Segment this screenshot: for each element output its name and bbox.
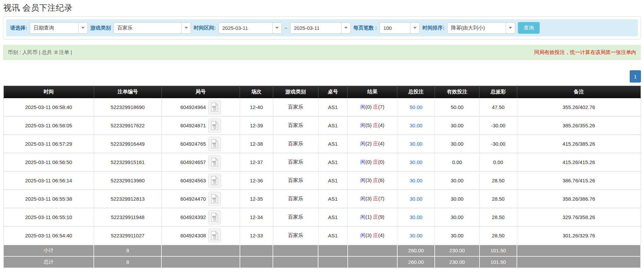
player-result-label: 闲 <box>360 196 365 201</box>
total-bet-link[interactable]: 30.00 <box>410 233 422 238</box>
table-no-cell: AS1 <box>318 208 347 226</box>
result-cell: 闲(2) 庄(4) <box>348 135 397 153</box>
total-bet-cell: 30.00 <box>397 190 435 208</box>
banker-result-label: 庄 <box>373 159 378 165</box>
session-cell: 12-33 <box>240 226 273 245</box>
date-to-select[interactable]: 2025-03-11 <box>290 22 351 34</box>
round-id-wrap: 604924308 <box>180 228 221 242</box>
session-cell: 12-37 <box>240 153 273 171</box>
game-type-cell: 百家乐 <box>273 190 318 208</box>
summary-count-cell: 8 <box>94 256 161 268</box>
banker-result-label: 庄 <box>373 214 378 220</box>
page-1-button[interactable]: 1 <box>630 70 641 83</box>
video-replay-button[interactable] <box>208 100 221 114</box>
summary-row: 总计8260.00230.00101.50 <box>3 256 641 268</box>
column-header: 有效投注 <box>435 86 479 98</box>
table-row: 2025-03-11 06:56:14522329913980604924563… <box>3 171 641 190</box>
empty-cell <box>318 256 347 268</box>
summary-valid-bet-cell: 230.00 <box>435 256 479 268</box>
video-replay-button[interactable] <box>208 119 221 133</box>
search-button[interactable]: 查询 <box>518 22 540 34</box>
round-id-wrap: 604924964 <box>180 100 221 114</box>
round-id-text: 604924871 <box>180 123 206 128</box>
result-cell: 闲(5) 庄(4) <box>348 116 397 135</box>
chevron-down-icon[interactable] <box>410 23 419 33</box>
result-cell: 闲(0) 庄(7) <box>348 98 397 116</box>
chevron-down-icon[interactable] <box>341 23 350 33</box>
game-type-cell: 百家乐 <box>273 226 318 245</box>
banker-result-label: 庄 <box>373 141 378 146</box>
summary-row: 小计8260.00230.00101.50 <box>3 245 641 256</box>
total-bet-link[interactable]: 50.00 <box>410 104 422 110</box>
empty-cell <box>161 256 240 268</box>
empty-cell <box>273 245 318 256</box>
bet-time-cell: 2025-03-11 06:57:29 <box>3 135 94 153</box>
table-row: 2025-03-11 06:55:10522329911948604924392… <box>3 208 641 226</box>
sort-select[interactable]: 降幂(由大到小) <box>447 22 515 34</box>
total-bet-link[interactable]: 30.00 <box>410 159 422 165</box>
remark-cell: 301.26/329.76 <box>517 226 641 245</box>
empty-cell <box>240 245 273 256</box>
game-type-cell: 百家乐 <box>273 116 318 135</box>
player-result-count: (2) <box>365 141 373 146</box>
bet-id-cell: 522329916449 <box>94 135 161 153</box>
round-id-wrap: 604924765 <box>180 137 221 151</box>
page-size-select[interactable]: 100 <box>380 22 420 34</box>
player-result-count: (3) <box>365 232 373 238</box>
table-no-cell: AS1 <box>318 98 347 116</box>
chevron-down-icon[interactable] <box>181 23 191 33</box>
round-id-text: 604924392 <box>180 214 206 220</box>
summary-valid-bet-cell: 230.00 <box>435 245 479 256</box>
round-id-cell: 604924308 <box>161 226 240 245</box>
table-row: 2025-03-11 06:58:40522329918690604924964… <box>3 98 641 116</box>
empty-cell <box>517 245 641 256</box>
remark-cell: 415.26/415.26 <box>517 153 641 171</box>
payout-cell: 0.00 <box>480 153 517 171</box>
total-bet-link[interactable]: 30.00 <box>410 178 422 183</box>
video-replay-button[interactable] <box>208 155 221 169</box>
summary-text: 币别 : 人民币 | 总共 :8 注单 | <box>8 49 72 56</box>
round-id-wrap: 604924470 <box>180 192 221 206</box>
video-replay-button[interactable] <box>208 137 221 151</box>
payout-cell: 28.50 <box>480 226 517 245</box>
round-id-cell: 604924871 <box>161 116 240 135</box>
chevron-down-icon[interactable] <box>78 23 87 33</box>
game-type-select[interactable]: 百家乐 <box>114 22 191 34</box>
table-no-cell: AS1 <box>318 135 347 153</box>
round-id-wrap: 604924563 <box>180 174 221 188</box>
column-header: 备注 <box>517 86 641 98</box>
date-from-select[interactable]: 2025-03-11 <box>219 22 282 34</box>
table-no-cell: AS1 <box>318 153 347 171</box>
round-id-text: 604924470 <box>180 196 206 202</box>
video-replay-button[interactable] <box>208 192 221 206</box>
chevron-down-icon[interactable] <box>272 23 281 33</box>
column-header: 结果 <box>348 86 397 98</box>
empty-cell <box>348 256 397 268</box>
banker-result-label: 庄 <box>373 104 378 110</box>
video-file-icon <box>211 194 219 203</box>
total-bet-link[interactable]: 30.00 <box>410 123 422 128</box>
chevron-down-icon[interactable] <box>506 23 515 33</box>
player-result-label: 闲 <box>360 177 365 183</box>
banker-result-count: (0) <box>378 159 384 165</box>
session-cell: 12-34 <box>240 208 273 226</box>
video-replay-button[interactable] <box>208 210 221 224</box>
total-bet-link[interactable]: 30.00 <box>410 141 422 147</box>
summary-total-bet-cell: 260.00 <box>397 245 435 256</box>
bet-id-cell: 522329911948 <box>94 208 161 226</box>
payout-cell: 28.50 <box>480 208 517 226</box>
total-bet-cell: 30.00 <box>397 153 435 171</box>
banker-result-count: (9) <box>378 214 384 220</box>
total-bet-cell: 50.00 <box>397 98 435 116</box>
result-cell: 闲(3) 庄(7) <box>348 190 397 208</box>
player-result-label: 闲 <box>360 122 365 128</box>
bet-id-cell: 522329917622 <box>94 116 161 135</box>
query-type-select[interactable]: 日期查询 <box>30 22 88 34</box>
video-replay-button[interactable] <box>208 174 221 188</box>
total-bet-link[interactable]: 30.00 <box>410 196 422 202</box>
bet-time-cell: 2025-03-11 06:56:14 <box>3 171 94 190</box>
payout-cell: 28.50 <box>480 171 517 190</box>
column-header: 总投注 <box>397 86 435 98</box>
video-replay-button[interactable] <box>208 228 221 242</box>
total-bet-link[interactable]: 30.00 <box>410 214 422 220</box>
